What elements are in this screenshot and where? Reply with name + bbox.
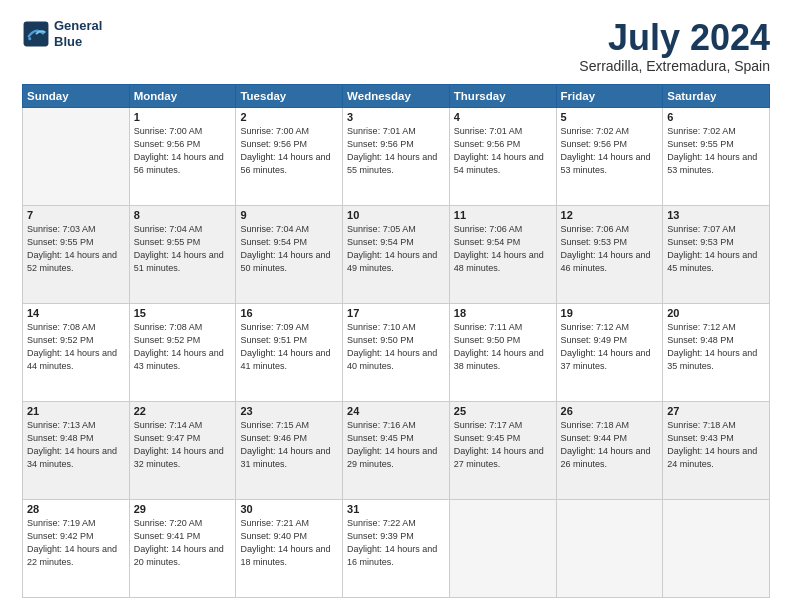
calendar-table: SundayMondayTuesdayWednesdayThursdayFrid…: [22, 84, 770, 598]
cell-info: Sunrise: 7:18 AMSunset: 9:44 PMDaylight:…: [561, 419, 659, 471]
cell-info: Sunrise: 7:07 AMSunset: 9:53 PMDaylight:…: [667, 223, 765, 275]
week-row-1: 1Sunrise: 7:00 AMSunset: 9:56 PMDaylight…: [23, 107, 770, 205]
day-number: 4: [454, 111, 552, 123]
day-number: 11: [454, 209, 552, 221]
day-number: 2: [240, 111, 338, 123]
calendar-cell: 10Sunrise: 7:05 AMSunset: 9:54 PMDayligh…: [343, 205, 450, 303]
weekday-header-tuesday: Tuesday: [236, 84, 343, 107]
day-number: 22: [134, 405, 232, 417]
cell-info: Sunrise: 7:10 AMSunset: 9:50 PMDaylight:…: [347, 321, 445, 373]
calendar-cell: [23, 107, 130, 205]
cell-info: Sunrise: 7:22 AMSunset: 9:39 PMDaylight:…: [347, 517, 445, 569]
day-number: 16: [240, 307, 338, 319]
week-row-5: 28Sunrise: 7:19 AMSunset: 9:42 PMDayligh…: [23, 499, 770, 597]
week-row-4: 21Sunrise: 7:13 AMSunset: 9:48 PMDayligh…: [23, 401, 770, 499]
cell-info: Sunrise: 7:18 AMSunset: 9:43 PMDaylight:…: [667, 419, 765, 471]
day-number: 13: [667, 209, 765, 221]
calendar-cell: 25Sunrise: 7:17 AMSunset: 9:45 PMDayligh…: [449, 401, 556, 499]
cell-info: Sunrise: 7:08 AMSunset: 9:52 PMDaylight:…: [134, 321, 232, 373]
day-number: 10: [347, 209, 445, 221]
cell-info: Sunrise: 7:00 AMSunset: 9:56 PMDaylight:…: [240, 125, 338, 177]
cell-info: Sunrise: 7:05 AMSunset: 9:54 PMDaylight:…: [347, 223, 445, 275]
calendar-cell: [449, 499, 556, 597]
day-number: 3: [347, 111, 445, 123]
day-number: 9: [240, 209, 338, 221]
day-number: 30: [240, 503, 338, 515]
weekday-header-friday: Friday: [556, 84, 663, 107]
day-number: 7: [27, 209, 125, 221]
calendar-cell: 28Sunrise: 7:19 AMSunset: 9:42 PMDayligh…: [23, 499, 130, 597]
cell-info: Sunrise: 7:17 AMSunset: 9:45 PMDaylight:…: [454, 419, 552, 471]
cell-info: Sunrise: 7:12 AMSunset: 9:49 PMDaylight:…: [561, 321, 659, 373]
logo-line1: General: [54, 18, 102, 34]
general-blue-logo-icon: [22, 20, 50, 48]
cell-info: Sunrise: 7:19 AMSunset: 9:42 PMDaylight:…: [27, 517, 125, 569]
cell-info: Sunrise: 7:06 AMSunset: 9:53 PMDaylight:…: [561, 223, 659, 275]
calendar-cell: [663, 499, 770, 597]
weekday-header-monday: Monday: [129, 84, 236, 107]
cell-info: Sunrise: 7:00 AMSunset: 9:56 PMDaylight:…: [134, 125, 232, 177]
day-number: 25: [454, 405, 552, 417]
day-number: 28: [27, 503, 125, 515]
day-number: 8: [134, 209, 232, 221]
cell-info: Sunrise: 7:04 AMSunset: 9:55 PMDaylight:…: [134, 223, 232, 275]
cell-info: Sunrise: 7:13 AMSunset: 9:48 PMDaylight:…: [27, 419, 125, 471]
day-number: 17: [347, 307, 445, 319]
weekday-header-sunday: Sunday: [23, 84, 130, 107]
calendar-cell: 18Sunrise: 7:11 AMSunset: 9:50 PMDayligh…: [449, 303, 556, 401]
calendar-cell: 31Sunrise: 7:22 AMSunset: 9:39 PMDayligh…: [343, 499, 450, 597]
week-row-3: 14Sunrise: 7:08 AMSunset: 9:52 PMDayligh…: [23, 303, 770, 401]
day-number: 27: [667, 405, 765, 417]
cell-info: Sunrise: 7:02 AMSunset: 9:55 PMDaylight:…: [667, 125, 765, 177]
calendar-cell: 5Sunrise: 7:02 AMSunset: 9:56 PMDaylight…: [556, 107, 663, 205]
day-number: 12: [561, 209, 659, 221]
weekday-header-saturday: Saturday: [663, 84, 770, 107]
calendar-cell: 21Sunrise: 7:13 AMSunset: 9:48 PMDayligh…: [23, 401, 130, 499]
cell-info: Sunrise: 7:06 AMSunset: 9:54 PMDaylight:…: [454, 223, 552, 275]
day-number: 20: [667, 307, 765, 319]
calendar-cell: 27Sunrise: 7:18 AMSunset: 9:43 PMDayligh…: [663, 401, 770, 499]
calendar-cell: 9Sunrise: 7:04 AMSunset: 9:54 PMDaylight…: [236, 205, 343, 303]
cell-info: Sunrise: 7:02 AMSunset: 9:56 PMDaylight:…: [561, 125, 659, 177]
calendar-cell: 1Sunrise: 7:00 AMSunset: 9:56 PMDaylight…: [129, 107, 236, 205]
calendar-cell: 26Sunrise: 7:18 AMSunset: 9:44 PMDayligh…: [556, 401, 663, 499]
cell-info: Sunrise: 7:11 AMSunset: 9:50 PMDaylight:…: [454, 321, 552, 373]
day-number: 14: [27, 307, 125, 319]
calendar-cell: 15Sunrise: 7:08 AMSunset: 9:52 PMDayligh…: [129, 303, 236, 401]
weekday-header-thursday: Thursday: [449, 84, 556, 107]
cell-info: Sunrise: 7:15 AMSunset: 9:46 PMDaylight:…: [240, 419, 338, 471]
title-block: July 2024 Serradilla, Extremadura, Spain: [579, 18, 770, 74]
day-number: 31: [347, 503, 445, 515]
calendar-cell: 17Sunrise: 7:10 AMSunset: 9:50 PMDayligh…: [343, 303, 450, 401]
cell-info: Sunrise: 7:09 AMSunset: 9:51 PMDaylight:…: [240, 321, 338, 373]
weekday-header-wednesday: Wednesday: [343, 84, 450, 107]
weekday-header-row: SundayMondayTuesdayWednesdayThursdayFrid…: [23, 84, 770, 107]
day-number: 18: [454, 307, 552, 319]
cell-info: Sunrise: 7:20 AMSunset: 9:41 PMDaylight:…: [134, 517, 232, 569]
cell-info: Sunrise: 7:01 AMSunset: 9:56 PMDaylight:…: [347, 125, 445, 177]
calendar-cell: 19Sunrise: 7:12 AMSunset: 9:49 PMDayligh…: [556, 303, 663, 401]
calendar-cell: 8Sunrise: 7:04 AMSunset: 9:55 PMDaylight…: [129, 205, 236, 303]
cell-info: Sunrise: 7:16 AMSunset: 9:45 PMDaylight:…: [347, 419, 445, 471]
day-number: 15: [134, 307, 232, 319]
calendar-cell: 30Sunrise: 7:21 AMSunset: 9:40 PMDayligh…: [236, 499, 343, 597]
cell-info: Sunrise: 7:12 AMSunset: 9:48 PMDaylight:…: [667, 321, 765, 373]
cell-info: Sunrise: 7:14 AMSunset: 9:47 PMDaylight:…: [134, 419, 232, 471]
day-number: 24: [347, 405, 445, 417]
subtitle: Serradilla, Extremadura, Spain: [579, 58, 770, 74]
svg-point-1: [28, 37, 31, 40]
day-number: 23: [240, 405, 338, 417]
calendar-cell: 20Sunrise: 7:12 AMSunset: 9:48 PMDayligh…: [663, 303, 770, 401]
calendar-cell: 2Sunrise: 7:00 AMSunset: 9:56 PMDaylight…: [236, 107, 343, 205]
page: General Blue July 2024 Serradilla, Extre…: [0, 0, 792, 612]
logo-line2: Blue: [54, 34, 102, 50]
calendar-cell: 4Sunrise: 7:01 AMSunset: 9:56 PMDaylight…: [449, 107, 556, 205]
cell-info: Sunrise: 7:04 AMSunset: 9:54 PMDaylight:…: [240, 223, 338, 275]
calendar-cell: 23Sunrise: 7:15 AMSunset: 9:46 PMDayligh…: [236, 401, 343, 499]
calendar-cell: 22Sunrise: 7:14 AMSunset: 9:47 PMDayligh…: [129, 401, 236, 499]
cell-info: Sunrise: 7:01 AMSunset: 9:56 PMDaylight:…: [454, 125, 552, 177]
day-number: 19: [561, 307, 659, 319]
week-row-2: 7Sunrise: 7:03 AMSunset: 9:55 PMDaylight…: [23, 205, 770, 303]
cell-info: Sunrise: 7:21 AMSunset: 9:40 PMDaylight:…: [240, 517, 338, 569]
calendar-cell: [556, 499, 663, 597]
